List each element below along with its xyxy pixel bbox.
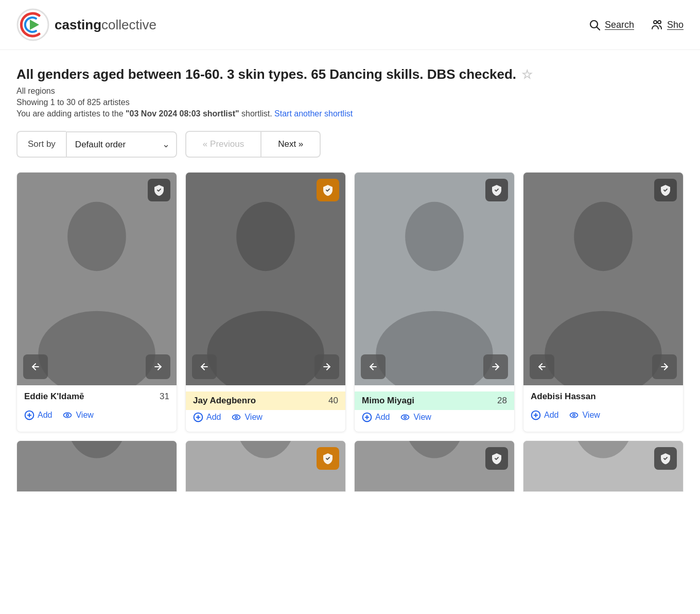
add-label: Add bbox=[206, 413, 221, 422]
partial-card bbox=[16, 440, 177, 492]
dbs-badge bbox=[317, 179, 339, 201]
shield-check-icon bbox=[659, 452, 672, 465]
shield-check-icon bbox=[659, 184, 672, 196]
dbs-badge bbox=[654, 447, 677, 470]
svg-line-3 bbox=[597, 27, 600, 30]
shield-check-icon bbox=[491, 184, 503, 196]
svg-point-5 bbox=[658, 21, 661, 24]
card-actions: Add View bbox=[193, 410, 338, 432]
svg-point-35 bbox=[404, 416, 406, 418]
logo-area: castingcollective bbox=[16, 8, 156, 41]
header-actions: Search Sho bbox=[588, 19, 684, 31]
view-profile-button[interactable]: View bbox=[62, 408, 93, 422]
view-profile-button[interactable]: View bbox=[569, 408, 600, 422]
card-info: Eddie K'Idamē 31 Add View bbox=[17, 385, 177, 430]
artist-name: Jay Adegbenro bbox=[193, 396, 256, 406]
shortlist-button[interactable]: Sho bbox=[651, 19, 684, 31]
shield-check-icon bbox=[153, 184, 165, 196]
start-another-shortlist-link[interactable]: Start another shortlist bbox=[274, 109, 353, 118]
svg-point-7 bbox=[67, 202, 126, 271]
card-actions: Add View bbox=[531, 408, 676, 430]
card-info: Mimo Miyagi 28 Add View bbox=[355, 385, 514, 432]
card-prev-button[interactable] bbox=[361, 354, 386, 379]
svg-point-44 bbox=[570, 413, 578, 418]
dbs-badge bbox=[485, 179, 508, 201]
card-nav-buttons bbox=[17, 354, 177, 379]
card-nav-buttons bbox=[186, 354, 345, 379]
svg-point-37 bbox=[574, 202, 633, 271]
artist-card: Eddie K'Idamē 31 Add View bbox=[16, 172, 177, 432]
artist-card: Jay Adegbenro 40 Add View bbox=[185, 172, 346, 432]
card-name-row: Mimo Miyagi 28 bbox=[355, 391, 514, 410]
add-to-shortlist-button[interactable]: Add bbox=[24, 408, 52, 422]
card-image bbox=[186, 173, 345, 385]
svg-point-24 bbox=[233, 415, 240, 420]
svg-point-4 bbox=[654, 21, 657, 24]
svg-marker-1 bbox=[30, 20, 39, 30]
card-prev-button[interactable] bbox=[530, 354, 554, 379]
view-profile-button[interactable]: View bbox=[400, 410, 431, 424]
partial-card bbox=[523, 440, 684, 492]
cards-grid: Eddie K'Idamē 31 Add View bbox=[16, 172, 684, 432]
card-info: Adebisi Hassan Add View bbox=[523, 385, 683, 430]
artist-age: 28 bbox=[497, 396, 507, 406]
partial-card bbox=[354, 440, 515, 492]
artist-card: Adebisi Hassan Add View bbox=[523, 172, 684, 432]
artist-name: Mimo Miyagi bbox=[362, 396, 414, 406]
add-label: Add bbox=[544, 411, 558, 420]
card-image bbox=[17, 173, 177, 385]
artist-name: Eddie K'Idamē bbox=[24, 391, 84, 402]
dbs-badge bbox=[317, 447, 339, 470]
shield-check-icon bbox=[322, 452, 334, 465]
card-next-button[interactable] bbox=[146, 354, 170, 379]
star-icon[interactable]: ☆ bbox=[521, 67, 533, 82]
card-next-button[interactable] bbox=[314, 354, 339, 379]
add-to-shortlist-button[interactable]: Add bbox=[362, 410, 390, 424]
partial-cards-row bbox=[16, 440, 684, 492]
logo-text: castingcollective bbox=[55, 17, 156, 33]
card-image bbox=[523, 173, 683, 385]
view-profile-button[interactable]: View bbox=[231, 410, 262, 424]
card-prev-button[interactable] bbox=[192, 354, 217, 379]
svg-point-14 bbox=[64, 413, 72, 418]
dbs-badge bbox=[654, 179, 677, 201]
card-nav-buttons bbox=[355, 354, 514, 379]
sort-select-wrap: Default order Age (youngest first) Age (… bbox=[66, 131, 177, 158]
dbs-badge bbox=[148, 179, 170, 201]
controls-bar: Sort by Default order Age (youngest firs… bbox=[16, 131, 684, 158]
add-to-shortlist-button[interactable]: Add bbox=[193, 410, 221, 424]
main-content: All genders aged between 16-60. 3 skin t… bbox=[0, 50, 700, 492]
view-label: View bbox=[582, 411, 600, 420]
artist-card: Mimo Miyagi 28 Add View bbox=[354, 172, 515, 432]
logo-icon bbox=[16, 8, 49, 41]
card-name-row: Adebisi Hassan bbox=[531, 391, 676, 402]
svg-point-34 bbox=[401, 415, 409, 420]
view-label: View bbox=[76, 411, 93, 420]
shortlist-text: You are adding artistes to the "03 Nov 2… bbox=[16, 109, 684, 118]
user-group-icon bbox=[651, 19, 663, 31]
view-label: View bbox=[244, 413, 262, 422]
svg-point-17 bbox=[236, 202, 295, 271]
next-button[interactable]: Next » bbox=[261, 131, 321, 158]
previous-button[interactable]: « Previous bbox=[185, 131, 261, 158]
add-to-shortlist-button[interactable]: Add bbox=[531, 408, 558, 422]
svg-point-27 bbox=[405, 202, 464, 271]
sort-select[interactable]: Default order Age (youngest first) Age (… bbox=[67, 132, 176, 157]
card-actions: Add View bbox=[24, 408, 169, 430]
card-prev-button[interactable] bbox=[23, 354, 48, 379]
card-next-button[interactable] bbox=[652, 354, 677, 379]
view-label: View bbox=[413, 413, 431, 422]
card-info: Jay Adegbenro 40 Add View bbox=[186, 385, 345, 432]
svg-point-25 bbox=[235, 416, 237, 418]
card-image bbox=[355, 173, 514, 385]
add-label: Add bbox=[38, 411, 52, 420]
card-next-button[interactable] bbox=[483, 354, 508, 379]
card-actions: Add View bbox=[362, 410, 507, 432]
search-button[interactable]: Search bbox=[588, 19, 634, 31]
card-name-row: Eddie K'Idamē 31 bbox=[24, 391, 169, 402]
region-text: All regions bbox=[16, 87, 684, 96]
artist-name: Adebisi Hassan bbox=[531, 391, 596, 402]
card-name-row: Jay Adegbenro 40 bbox=[186, 391, 345, 410]
search-icon bbox=[588, 19, 601, 31]
add-label: Add bbox=[375, 413, 390, 422]
